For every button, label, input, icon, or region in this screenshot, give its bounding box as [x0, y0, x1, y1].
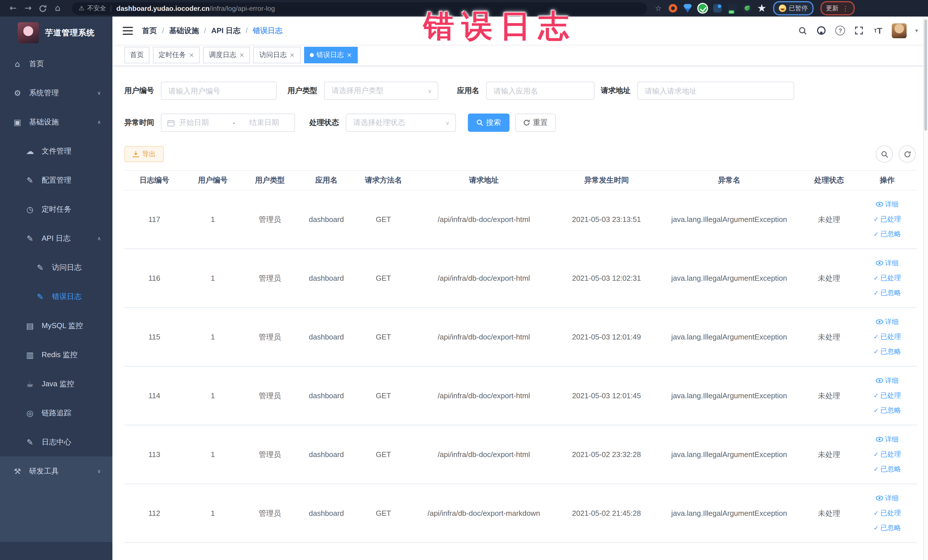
chevron-down-icon: ∨ [97, 90, 101, 96]
fullscreen-icon[interactable] [854, 25, 864, 36]
close-icon[interactable]: × [239, 51, 244, 59]
search-button[interactable]: 搜索 [468, 113, 510, 132]
tab-错误日志[interactable]: 错误日志× [304, 47, 357, 63]
extension-icon[interactable] [683, 4, 692, 12]
action-详细[interactable]: 详细 [876, 317, 899, 327]
column-header: 请求方法名 [354, 175, 412, 185]
close-icon[interactable]: × [189, 51, 194, 59]
request-url-input[interactable] [637, 82, 794, 100]
tab-访问日志[interactable]: 访问日志× [253, 47, 301, 63]
sidebar-logo-row[interactable]: 芋道管理系统 [0, 17, 112, 49]
action-已处理[interactable]: ✓已处理 [873, 332, 901, 342]
extension-icon[interactable] [669, 4, 677, 12]
content: 用户编号 用户类型 请选择用户类型 ∨ 应用名 请求地址 异常时间 [112, 66, 928, 560]
browser-update-button[interactable]: 更新 ⋮ [820, 1, 855, 15]
action-已忽略[interactable]: ✓已忽略 [873, 406, 901, 415]
github-icon[interactable] [817, 25, 827, 36]
breadcrumb-item[interactable]: 首页 [142, 25, 157, 36]
action-详细[interactable]: 详细 [876, 200, 899, 209]
app-name-input[interactable] [486, 82, 595, 100]
font-size-icon[interactable]: TT [873, 25, 883, 36]
action-详细[interactable]: 详细 [876, 493, 899, 503]
user-id-input[interactable] [161, 82, 277, 100]
action-已忽略[interactable]: ✓已忽略 [873, 523, 901, 533]
forward-icon[interactable]: → [21, 0, 35, 17]
action-已处理[interactable]: ✓已处理 [873, 215, 901, 224]
action-已忽略[interactable]: ✓已忽略 [873, 464, 901, 474]
action-详细[interactable]: 详细 [876, 376, 899, 386]
refresh-table-button[interactable] [899, 145, 916, 163]
page-scrollbar[interactable] [923, 17, 928, 560]
action-已处理[interactable]: ✓已处理 [873, 391, 901, 401]
cell-method: GET [354, 215, 412, 224]
sidebar-item-系统管理[interactable]: ⚙系统管理∨ [0, 78, 112, 107]
sidebar-item-配置管理[interactable]: ✎配置管理 [0, 165, 112, 195]
cell-url: /api/infra/db-doc/export-markdown [412, 509, 555, 517]
action-已处理[interactable]: ✓已处理 [873, 508, 901, 518]
action-已处理[interactable]: ✓已处理 [873, 273, 901, 283]
sidebar-item-文件管理[interactable]: ☁文件管理 [0, 136, 112, 165]
sidebar-item-MySQL 监控[interactable]: ▤MySQL 监控 [0, 311, 112, 340]
tab-首页[interactable]: 首页 [124, 47, 150, 63]
extension-icon[interactable] [698, 4, 707, 12]
extension-icon[interactable] [743, 4, 751, 12]
eye-icon [876, 201, 883, 207]
exception-time-range-picker[interactable]: 开始日期 - 结束日期 [161, 113, 295, 132]
scrollbar-thumb[interactable] [924, 20, 927, 131]
action-label: 详细 [885, 435, 899, 444]
eye-icon [876, 494, 883, 502]
extension-icon[interactable] [713, 4, 722, 12]
bookmark-star-icon[interactable]: ☆ [655, 4, 662, 12]
sidebar-item-日志中心[interactable]: ✎日志中心 [0, 427, 112, 456]
action-label: 已处理 [881, 450, 901, 459]
tab-定时任务[interactable]: 定时任务× [153, 47, 200, 63]
back-icon[interactable]: ← [6, 0, 21, 17]
extension-icon[interactable] [757, 4, 766, 12]
sidebar-item-Redis 监控[interactable]: ▥Redis 监控 [0, 340, 112, 369]
breadcrumb-separator: / [204, 26, 206, 35]
tab-调度日志[interactable]: 调度日志× [203, 47, 250, 63]
sidebar-item-访问日志[interactable]: ✎访问日志 [0, 253, 112, 282]
user-menu-caret-icon[interactable]: ▾ [915, 27, 918, 34]
sidebar-item-错误日志[interactable]: ✎错误日志 [0, 282, 112, 311]
sidebar-item-Java 监控[interactable]: ☕Java 监控 [0, 369, 112, 398]
reset-button[interactable]: 重置 [515, 113, 556, 132]
user-type-select[interactable]: 请选择用户类型 ∨ [324, 82, 438, 100]
cell-operations: 详细✓已处理✓已忽略 [858, 317, 917, 357]
action-已忽略[interactable]: ✓已忽略 [873, 229, 901, 239]
sidebar-item-研发工具[interactable]: ⚒研发工具∨ [0, 456, 112, 485]
action-已处理[interactable]: ✓已处理 [873, 450, 901, 459]
cell-user_id: 1 [184, 450, 241, 459]
sidebar-item-API 日志[interactable]: ✎API 日志∧ [0, 224, 112, 253]
help-icon[interactable]: ? [835, 25, 846, 36]
export-button[interactable]: 导出 [124, 146, 164, 162]
sidebar-item-链路追踪[interactable]: ◎链路追踪 [0, 398, 112, 427]
paused-extension-chip[interactable]: 已暂停 [773, 1, 814, 15]
process-status-select[interactable]: 请选择处理状态 ∨ [346, 113, 456, 132]
extension-icon[interactable] [728, 4, 736, 12]
cell-user_type: 管理员 [241, 332, 298, 342]
check-icon: ✓ [873, 524, 879, 532]
search-icon[interactable] [798, 25, 808, 36]
user-avatar[interactable] [892, 23, 907, 38]
action-已忽略[interactable]: ✓已忽略 [873, 347, 901, 357]
cloud-icon: ☁ [25, 146, 35, 156]
breadcrumb-item[interactable]: API 日志 [211, 25, 241, 36]
action-已忽略[interactable]: ✓已忽略 [873, 288, 901, 298]
reload-icon[interactable] [35, 0, 50, 17]
collapse-sidebar-icon[interactable] [123, 26, 133, 35]
sidebar-item-定时任务[interactable]: ◷定时任务 [0, 195, 112, 224]
sidebar-item-首页[interactable]: ⌂首页 [0, 49, 112, 78]
browser-home-icon[interactable]: ⌂ [50, 0, 65, 17]
action-详细[interactable]: 详细 [876, 435, 899, 444]
close-icon[interactable]: × [290, 51, 295, 59]
hide-search-button[interactable] [876, 145, 893, 163]
address-bar[interactable]: ⚠ 不安全 dashboard.yudao.iocoder.cn /infra/… [72, 2, 647, 15]
action-详细[interactable]: 详细 [876, 258, 899, 268]
browser-menu-icon[interactable]: ⋮ [842, 4, 849, 12]
close-icon[interactable]: × [346, 51, 352, 59]
breadcrumb-item[interactable]: 基础设施 [169, 25, 199, 36]
action-label: 详细 [885, 200, 899, 209]
sidebar-item-基础设施[interactable]: ▣基础设施∧ [0, 107, 112, 136]
apilog-icon: ✎ [25, 233, 35, 243]
